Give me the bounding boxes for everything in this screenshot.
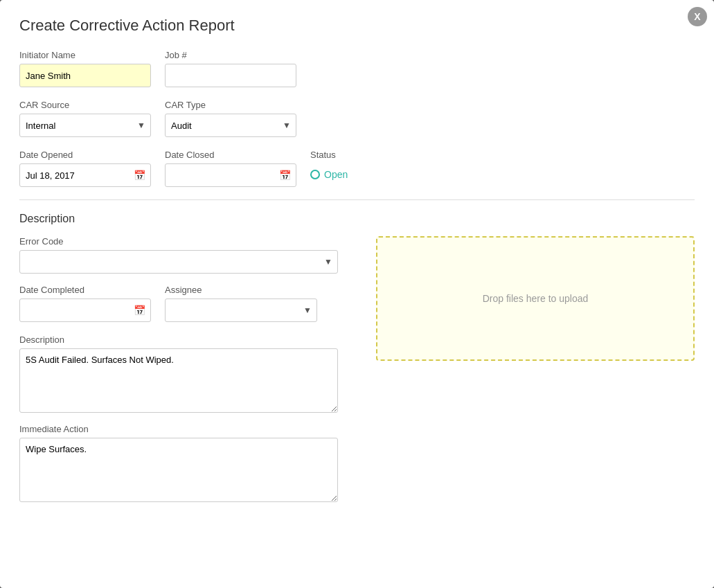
immediate-action-label: Immediate Action	[19, 424, 362, 434]
main-content: Error Code ▼ Date Completed 📅	[19, 236, 695, 502]
car-type-label: CAR Type	[165, 100, 296, 110]
date-closed-wrapper: 📅	[165, 163, 296, 187]
status-circle-icon	[310, 170, 320, 179]
car-source-wrapper: Internal External Customer ▼	[19, 114, 151, 137]
assignee-select[interactable]	[165, 299, 317, 322]
assignee-group: Assignee ▼	[165, 285, 317, 322]
description-section-title: Description	[19, 213, 695, 225]
status-value: Open	[310, 169, 348, 180]
error-code-group: Error Code ▼	[19, 236, 362, 274]
error-code-select[interactable]	[19, 250, 338, 274]
status-label: Status	[310, 150, 348, 160]
description-textarea[interactable]: 5S Audit Failed. Surfaces Not Wiped.	[19, 348, 338, 413]
date-opened-wrapper: 📅	[19, 163, 151, 187]
car-source-label: CAR Source	[19, 100, 151, 110]
error-code-wrapper: ▼	[19, 250, 338, 274]
car-source-group: CAR Source Internal External Customer ▼	[19, 100, 151, 137]
car-type-wrapper: Audit Quality Process Safety ▼	[165, 114, 296, 137]
job-number-input[interactable]	[165, 64, 296, 87]
description-label: Description	[19, 335, 362, 345]
initiator-name-input[interactable]	[19, 64, 151, 87]
date-closed-label: Date Closed	[165, 150, 296, 160]
car-type-group: CAR Type Audit Quality Process Safety ▼	[165, 100, 296, 137]
row-initiator-job: Initiator Name Job #	[19, 50, 695, 87]
divider	[19, 199, 695, 200]
date-opened-input[interactable]	[19, 163, 151, 187]
date-completed-input[interactable]	[19, 299, 151, 322]
close-button[interactable]: X	[688, 7, 707, 26]
description-group: Description 5S Audit Failed. Surfaces No…	[19, 335, 362, 413]
initiator-name-group: Initiator Name	[19, 50, 151, 87]
error-code-label: Error Code	[19, 236, 362, 247]
immediate-action-group: Immediate Action Wipe Surfaces.	[19, 424, 362, 502]
date-completed-label: Date Completed	[19, 285, 151, 295]
date-completed-wrapper: 📅	[19, 299, 151, 322]
page-title: Create Corrective Action Report	[19, 17, 695, 35]
status-text: Open	[324, 169, 348, 180]
left-column: Error Code ▼ Date Completed 📅	[19, 236, 362, 502]
date-closed-input[interactable]	[165, 163, 296, 187]
date-completed-group: Date Completed 📅	[19, 285, 151, 322]
assignee-wrapper: ▼	[165, 299, 317, 322]
date-closed-group: Date Closed 📅	[165, 150, 296, 187]
immediate-action-textarea[interactable]: Wipe Surfaces.	[19, 438, 338, 502]
assignee-label: Assignee	[165, 285, 317, 295]
date-opened-group: Date Opened 📅	[19, 150, 151, 187]
row-completed-assignee: Date Completed 📅 Assignee ▼	[19, 285, 362, 322]
drop-zone[interactable]: Drop files here to upload	[376, 236, 695, 361]
row-car-source-type: CAR Source Internal External Customer ▼ …	[19, 100, 695, 137]
car-type-select[interactable]: Audit Quality Process Safety	[165, 114, 296, 137]
job-number-label: Job #	[165, 50, 296, 60]
car-source-select[interactable]: Internal External Customer	[19, 114, 151, 137]
date-opened-label: Date Opened	[19, 150, 151, 160]
right-column: Drop files here to upload	[376, 236, 695, 502]
initiator-name-label: Initiator Name	[19, 50, 151, 60]
job-number-group: Job #	[165, 50, 296, 87]
row-dates-status: Date Opened 📅 Date Closed 📅 Status Open	[19, 150, 695, 187]
modal: X Create Corrective Action Report Initia…	[0, 0, 714, 588]
status-group: Status Open	[310, 150, 348, 180]
drop-zone-text: Drop files here to upload	[483, 293, 589, 304]
